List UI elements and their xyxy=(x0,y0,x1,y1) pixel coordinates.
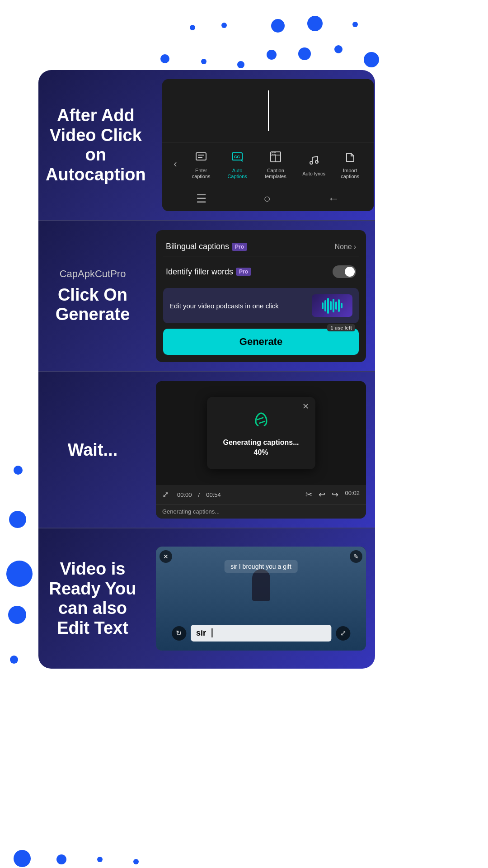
bilingual-label: Bilingual captions xyxy=(166,242,229,251)
time-start: 00:00 xyxy=(177,491,192,498)
generating-bg: ✕ Generating captions... 40% xyxy=(156,381,366,485)
decorative-dot xyxy=(160,54,169,63)
wave-bar xyxy=(330,301,332,310)
decorative-dot xyxy=(364,52,379,67)
time-total: 00:54 xyxy=(206,491,221,498)
tool-auto-lyrics[interactable]: Auto lyrics xyxy=(296,146,332,183)
generating-panel: ✕ Generating captions... 40% xyxy=(156,381,366,519)
decorative-dot xyxy=(6,561,33,587)
wave-bar xyxy=(324,300,326,311)
card-2-left: CapApkCutPro Click On Generate xyxy=(38,221,147,371)
controls-row: ✂ ↩ ↪ 00:02 xyxy=(305,490,360,500)
caption-text: sir I brought you a gift xyxy=(230,563,291,570)
decorative-dot xyxy=(10,656,18,664)
capcut-logo-icon xyxy=(249,410,273,433)
card-3-title: Wait... xyxy=(68,440,117,460)
decorative-dot xyxy=(307,16,323,31)
promo-visual xyxy=(312,294,352,317)
toolbar-back-button[interactable]: ‹ xyxy=(168,146,183,182)
enter-captions-label: Enter captions xyxy=(188,168,215,179)
card-4-left: Video is Ready You can also Edit Text xyxy=(38,528,147,669)
caption-edit-bar: ↻ sir ⤢ xyxy=(172,625,350,642)
decorative-dot xyxy=(190,25,195,30)
filler-row: Identify filler words Pro xyxy=(163,261,359,283)
home-icon[interactable]: ○ xyxy=(263,192,271,206)
promo-banner[interactable]: Edit your video podcasts in one click xyxy=(163,288,359,323)
decorative-dot xyxy=(9,511,26,528)
card-1-left: After Add Video Click on Autocaption xyxy=(38,70,153,220)
caption-templates-label: Caption templates xyxy=(260,168,291,179)
auto-captions-icon: CC xyxy=(229,149,245,165)
decorative-dot xyxy=(267,50,277,60)
tool-auto-captions[interactable]: CC Auto Captions xyxy=(219,142,255,186)
toolbar-video-area xyxy=(162,79,374,142)
caption-input[interactable]: sir xyxy=(191,625,331,642)
card-3-left: Wait... xyxy=(38,372,147,528)
svg-point-10 xyxy=(315,160,318,163)
decorative-dot xyxy=(14,850,31,867)
caption-input-text: sir xyxy=(196,628,206,637)
card-4-title: Video is Ready You can also Edit Text xyxy=(46,559,140,638)
time-end: 00:02 xyxy=(345,490,360,500)
auto-lyrics-icon xyxy=(306,152,322,168)
decorative-dot xyxy=(221,23,227,28)
card-2-right: Bilingual captions Pro None › Identify f… xyxy=(147,221,375,371)
generating-dialog: ✕ Generating captions... 40% xyxy=(207,397,315,469)
expand-icon[interactable]: ⤢ xyxy=(162,490,169,500)
redo-icon[interactable]: ↪ xyxy=(332,490,338,500)
svg-point-9 xyxy=(310,161,313,164)
promo-text: Edit your video podcasts in one click xyxy=(169,302,312,310)
bilingual-value[interactable]: None › xyxy=(334,243,356,251)
decorative-dot xyxy=(201,59,206,64)
generate-btn-label: Generate xyxy=(239,336,282,347)
wave-bar xyxy=(327,298,329,314)
decorative-dot xyxy=(334,45,343,53)
card-1-title: After Add Video Click on Autocaption xyxy=(46,106,146,185)
card-2-title: Click On Generate xyxy=(46,285,140,325)
brand-label: CapApkCutPro xyxy=(60,268,126,280)
use-left-badge: 1 use left xyxy=(327,324,355,331)
tool-caption-templates[interactable]: CC Caption templates xyxy=(255,142,296,186)
import-captions-icon xyxy=(342,149,358,165)
bilingual-row: Bilingual captions Pro None › xyxy=(163,237,359,256)
svg-text:CC: CC xyxy=(272,152,276,155)
toolbar-nav: ☰ ○ ← xyxy=(162,186,374,211)
filler-pro-badge: Pro xyxy=(236,268,251,276)
decorative-dot xyxy=(8,606,26,624)
undo-icon[interactable]: ↩ xyxy=(319,490,325,500)
menu-icon[interactable]: ☰ xyxy=(196,192,206,206)
auto-lyrics-label: Auto lyrics xyxy=(302,171,325,177)
enter-captions-icon xyxy=(193,149,209,165)
wave-bar xyxy=(341,303,343,308)
tool-enter-captions[interactable]: Enter captions xyxy=(183,142,219,186)
filler-label: Identify filler words xyxy=(166,267,233,277)
back-icon[interactable]: ← xyxy=(328,192,339,206)
tool-import-captions[interactable]: Import captions xyxy=(332,142,368,186)
decorative-dot xyxy=(97,857,103,862)
svg-rect-0 xyxy=(196,153,206,160)
card-3: Wait... ✕ xyxy=(38,372,375,528)
gen-status: Generating captions... xyxy=(156,504,366,519)
resize-button[interactable]: ⤢ xyxy=(336,626,350,641)
wave-bar xyxy=(322,302,324,309)
panel3-bottom: ⤢ 00:00 / 00:54 ✂ ↩ ↪ 00:02 xyxy=(156,485,366,504)
toolbar-panel: ‹ Enter captions xyxy=(162,79,374,211)
decorative-dot xyxy=(56,854,66,864)
video-frame: sir I brought you a gift ✕ ✎ ↻ sir ⤢ xyxy=(156,547,366,651)
generating-text: Generating captions... xyxy=(221,439,301,447)
decorative-dot xyxy=(298,47,311,60)
waveform xyxy=(322,297,343,315)
cut-icon[interactable]: ✂ xyxy=(305,490,312,500)
decorative-dot xyxy=(14,466,23,475)
close-dialog-button[interactable]: ✕ xyxy=(302,401,309,411)
card-4: Video is Ready You can also Edit Text si… xyxy=(38,528,375,669)
caption-templates-icon: CC xyxy=(267,149,284,165)
filler-toggle[interactable] xyxy=(333,265,356,278)
generate-button[interactable]: 1 use left Generate xyxy=(163,329,359,355)
cards-container: After Add Video Click on Autocaption ‹ xyxy=(38,70,375,669)
bilingual-pro-badge: Pro xyxy=(232,243,247,251)
generating-pct: 40% xyxy=(221,448,301,457)
decorative-dot xyxy=(271,19,285,33)
rotate-button[interactable]: ↻ xyxy=(172,626,186,641)
gen-status-text: Generating captions... xyxy=(162,508,220,515)
